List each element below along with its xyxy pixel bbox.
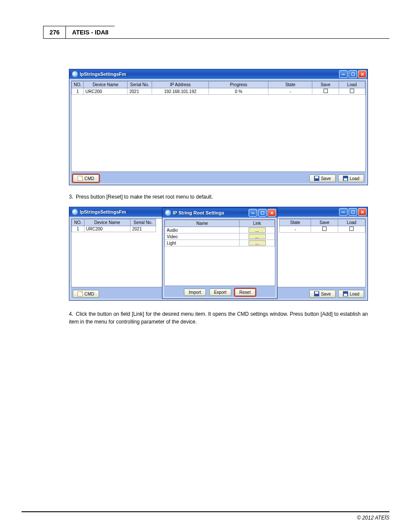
window-title: IP String Root Settings bbox=[173, 210, 248, 215]
col-progress[interactable]: Progress bbox=[209, 81, 268, 88]
export-button[interactable]: Export bbox=[209, 289, 231, 296]
close-button[interactable] bbox=[358, 70, 367, 78]
save-label: Save bbox=[321, 176, 331, 181]
cell-no: 1 bbox=[72, 88, 84, 95]
load-checkbox[interactable] bbox=[349, 227, 354, 231]
col-serial-no[interactable]: Serial No. bbox=[130, 219, 156, 226]
doc-title: ATEIS - IDA8 bbox=[66, 26, 115, 39]
cell-load bbox=[339, 88, 365, 95]
export-label: Export bbox=[214, 290, 227, 295]
save-checkbox[interactable] bbox=[324, 89, 328, 93]
link-button[interactable]: ... bbox=[249, 234, 266, 239]
ip-string-root-settings-window: IP String Root Settings Name Link bbox=[162, 208, 277, 299]
cell-name: Video bbox=[165, 233, 240, 240]
col-state[interactable]: State bbox=[280, 219, 311, 226]
cell-link: ... bbox=[240, 227, 275, 233]
maximize-button[interactable] bbox=[258, 209, 267, 217]
col-state[interactable]: State bbox=[268, 81, 312, 88]
col-no[interactable]: NO. bbox=[72, 219, 84, 226]
close-button[interactable] bbox=[358, 208, 367, 216]
note-icon bbox=[78, 176, 83, 181]
cmd-button[interactable]: CMD bbox=[73, 174, 99, 182]
cell-save bbox=[311, 226, 338, 233]
col-save[interactable]: Save bbox=[311, 219, 338, 226]
col-serial-no[interactable]: Serial No. bbox=[128, 81, 152, 88]
save-button[interactable]: Save bbox=[309, 290, 336, 298]
maximize-button[interactable] bbox=[349, 70, 357, 78]
load-button[interactable]: Load bbox=[338, 174, 364, 182]
note-icon bbox=[78, 291, 83, 296]
col-device-name[interactable]: Device Name bbox=[84, 219, 130, 226]
window-titlebar: IpStringsSettingsFm bbox=[69, 69, 367, 79]
cmd-label: CMD bbox=[84, 176, 94, 181]
root-items-grid: Name Link Audio ... Video bbox=[164, 219, 275, 286]
cell-load bbox=[338, 226, 365, 233]
cell-device-name: URC200 bbox=[84, 88, 128, 95]
footer-divider bbox=[22, 511, 389, 512]
table-row[interactable]: Video ... bbox=[165, 233, 275, 240]
app-icon bbox=[72, 71, 78, 77]
window-title: IpStringsSettingsFm bbox=[80, 72, 338, 77]
load-button[interactable]: Load bbox=[338, 290, 364, 298]
col-name[interactable]: Name bbox=[165, 220, 240, 227]
window-titlebar: IP String Root Settings bbox=[162, 208, 277, 218]
col-save[interactable]: Save bbox=[312, 81, 339, 88]
col-ip-address[interactable]: IP Address bbox=[152, 81, 209, 88]
bottom-toolbar: Import Export Reset bbox=[164, 286, 275, 297]
col-device-name[interactable]: Device Name bbox=[84, 81, 128, 88]
ip-strings-settings-window: IpStringsSettingsFm NO. Device Name Seri… bbox=[69, 69, 368, 185]
cell-no: 1 bbox=[72, 226, 84, 232]
load-icon bbox=[343, 291, 348, 296]
col-link[interactable]: Link bbox=[240, 220, 275, 227]
load-label: Load bbox=[350, 176, 359, 181]
maximize-button[interactable] bbox=[349, 208, 357, 216]
minimize-button[interactable] bbox=[339, 70, 348, 78]
instruction-3: 3.Press button [Reset] to make the reset… bbox=[69, 193, 368, 201]
cell-name: Light bbox=[165, 240, 240, 246]
cell-link: ... bbox=[240, 233, 275, 240]
close-button[interactable] bbox=[268, 209, 276, 217]
cell-link: ... bbox=[240, 240, 275, 246]
col-load[interactable]: Load bbox=[338, 219, 365, 226]
table-row[interactable]: Audio ... bbox=[165, 227, 275, 233]
app-icon bbox=[72, 209, 78, 215]
bottom-toolbar: CMD Save Load bbox=[71, 172, 366, 183]
cell-state: - bbox=[280, 226, 311, 233]
page-number: 276 bbox=[43, 26, 66, 39]
save-icon bbox=[314, 176, 319, 181]
instruction-4: 4.Click the button on field [Link] for t… bbox=[69, 310, 368, 326]
cell-device-name: URC200 bbox=[84, 226, 130, 232]
cell-serial-no: 2021 bbox=[128, 88, 152, 95]
save-label: Save bbox=[321, 292, 331, 296]
table-row[interactable]: 1 URC200 2021 192.168.101.192 0 % - bbox=[72, 88, 365, 95]
cell-ip: 192.168.101.192 bbox=[152, 88, 209, 95]
load-label: Load bbox=[350, 292, 359, 296]
save-icon bbox=[314, 291, 319, 296]
minimize-button[interactable] bbox=[249, 209, 257, 217]
cell-progress: 0 % bbox=[209, 88, 268, 95]
import-button[interactable]: Import bbox=[184, 289, 206, 296]
table-row[interactable]: - bbox=[280, 226, 365, 233]
save-button[interactable]: Save bbox=[309, 174, 336, 182]
minimize-button[interactable] bbox=[339, 208, 348, 216]
save-checkbox[interactable] bbox=[322, 227, 327, 231]
cmd-button[interactable]: CMD bbox=[73, 290, 99, 298]
device-grid: NO. Device Name Serial No. IP Address Pr… bbox=[71, 81, 366, 172]
link-button[interactable]: ... bbox=[249, 227, 266, 233]
cell-state: - bbox=[268, 88, 312, 95]
link-button[interactable]: ... bbox=[249, 240, 266, 246]
footer-copyright: © 2012 ATEÏS bbox=[357, 515, 389, 521]
load-checkbox[interactable] bbox=[350, 89, 354, 93]
table-row[interactable]: Light ... bbox=[165, 240, 275, 246]
cmd-label: CMD bbox=[84, 292, 94, 296]
cell-save bbox=[312, 88, 339, 95]
table-row[interactable]: 1 URC200 2021 bbox=[72, 226, 156, 232]
app-icon bbox=[165, 210, 171, 216]
col-no[interactable]: NO. bbox=[72, 81, 84, 88]
load-icon bbox=[343, 176, 348, 181]
cell-name: Audio bbox=[165, 227, 240, 233]
cell-serial-no: 2021 bbox=[130, 226, 156, 232]
reset-button[interactable]: Reset bbox=[235, 289, 255, 296]
col-load[interactable]: Load bbox=[339, 81, 365, 88]
import-label: Import bbox=[189, 290, 201, 295]
